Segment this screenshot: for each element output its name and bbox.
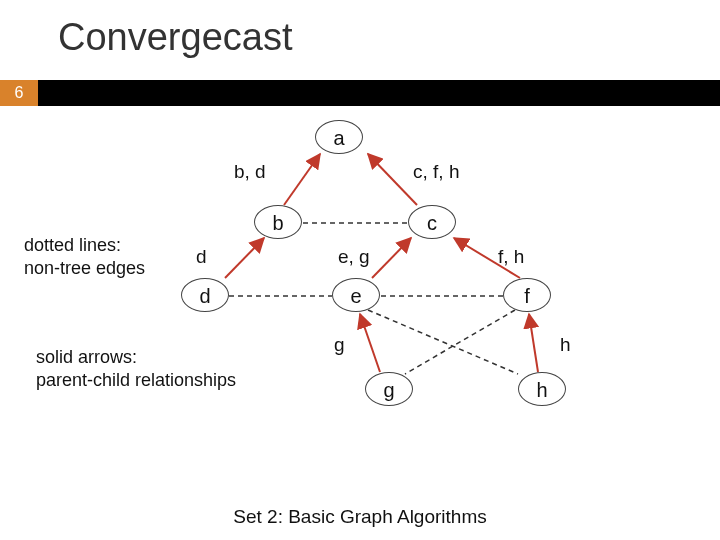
node-d: d — [181, 278, 229, 312]
label-fh: h — [560, 334, 571, 356]
node-f: f — [503, 278, 551, 312]
legend-solid: solid arrows: parent-child relationships — [36, 346, 236, 391]
slide-number: 6 — [0, 80, 38, 106]
label-eg: g — [334, 334, 345, 356]
edge-g-e — [360, 314, 380, 372]
label-ce: e, g — [338, 246, 370, 268]
diagram-edges — [0, 106, 720, 540]
node-h: h — [518, 372, 566, 406]
label-bd: d — [196, 246, 207, 268]
edge-d-b — [225, 238, 264, 278]
legend-dotted: dotted lines: non-tree edges — [24, 234, 145, 279]
node-c: c — [408, 205, 456, 239]
diagram-stage: a b c d e f g h b, d c, f, h d e, g f, h… — [0, 106, 720, 540]
label-ac: c, f, h — [413, 161, 459, 183]
label-cf: f, h — [498, 246, 524, 268]
edge-b-a — [284, 154, 320, 205]
nontree-f-g — [405, 310, 515, 374]
footer-text: Set 2: Basic Graph Algorithms — [0, 506, 720, 528]
node-a: a — [315, 120, 363, 154]
node-b: b — [254, 205, 302, 239]
nontree-e-h — [368, 310, 518, 374]
slide-title: Convergecast — [0, 0, 720, 59]
edge-e-c — [372, 238, 411, 278]
edge-h-f — [529, 314, 538, 372]
node-g: g — [365, 372, 413, 406]
node-e: e — [332, 278, 380, 312]
title-band — [0, 80, 720, 106]
label-ab: b, d — [234, 161, 266, 183]
edge-c-a — [368, 154, 417, 205]
